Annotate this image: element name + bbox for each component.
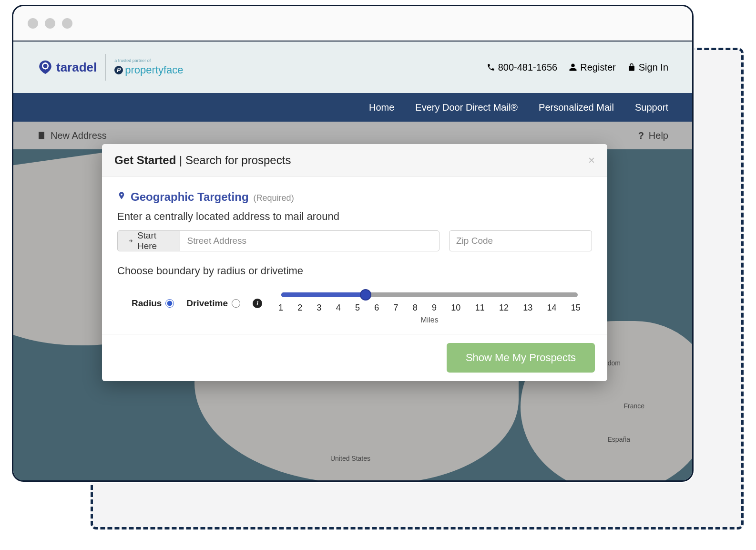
new-address-link[interactable]: New Address [51,130,107,141]
address-row: Start Here [117,230,592,251]
svg-point-1 [43,64,47,68]
modal-header: Get Started | Search for prospects × [102,144,607,177]
building-icon [37,131,46,140]
register-text: Register [580,62,615,73]
show-prospects-button[interactable]: Show Me My Prospects [447,343,595,373]
header-links: 800-481-1656 Register Sign In [487,62,668,73]
modal-close-button[interactable]: × [588,154,595,167]
slider-thumb[interactable] [360,289,371,301]
register-link[interactable]: Register [569,62,615,73]
drivetime-radio[interactable]: Drivetime [186,298,240,309]
modal-title: Get Started | Search for prospects [114,154,291,167]
help-link[interactable]: Help [649,130,668,141]
svg-rect-3 [45,68,46,69]
instruction-text: Enter a centrally located address to mai… [117,210,592,223]
svg-rect-2 [45,62,46,64]
slider-tick: 11 [475,303,485,313]
boundary-row: Radius Drivetime i 123456789101112131415… [117,288,592,324]
drivetime-radio-label: Drivetime [186,298,228,309]
logo-group: taradel a trusted partner of P propertyf… [37,54,184,81]
logo-divider [105,54,106,81]
radius-radio-input[interactable] [165,299,174,308]
signin-link[interactable]: Sign In [627,62,668,73]
slider-tick-labels: 123456789101112131415 [276,303,582,313]
map-pin-icon [117,190,126,203]
window-dot [62,18,72,29]
slider-unit-label: Miles [276,316,582,324]
slider-tick: 8 [413,303,418,313]
partner-brand-text: propertyface [125,64,183,76]
logo-primary[interactable]: taradel [37,59,97,75]
slider-tick: 9 [432,303,437,313]
radius-radio[interactable]: Radius [132,298,174,309]
boundary-radio-group: Radius Drivetime i [117,288,262,309]
logo-partner[interactable]: a trusted partner of P propertyface [114,58,183,76]
nav-home[interactable]: Home [369,102,394,113]
street-input-group: Start Here [117,230,439,251]
header-phone[interactable]: 800-481-1656 [487,62,558,73]
street-address-input[interactable] [180,230,439,251]
distance-slider: 123456789101112131415 Miles [276,288,592,324]
slider-tick: 4 [336,303,341,313]
logo-mark-icon [37,59,53,75]
phone-number: 800-481-1656 [498,62,558,73]
start-here-label: Start Here [117,230,180,251]
partner-tagline: a trusted partner of [114,58,183,63]
slider-tick: 15 [571,303,581,313]
modal-body: Geographic Targeting (Required) Enter a … [102,177,607,334]
drivetime-radio-input[interactable] [232,299,240,308]
window-dot [45,18,55,29]
phone-icon [487,63,495,72]
nav-eddm[interactable]: Every Door Direct Mail® [415,102,518,113]
slider-tick: 14 [547,303,556,313]
zip-code-input[interactable] [449,230,592,251]
slider-tick: 10 [451,303,460,313]
help-icon: ? [638,130,644,141]
slider-tick: 6 [374,303,379,313]
section-heading: Geographic Targeting (Required) [117,190,592,204]
signin-text: Sign In [639,62,668,73]
slider-tick: 3 [317,303,322,313]
slider-track[interactable] [281,292,578,297]
nav-personalized[interactable]: Personalized Mail [539,102,614,113]
logo-primary-text: taradel [56,60,97,75]
get-started-modal: Get Started | Search for prospects × Geo… [102,144,607,381]
main-nav: Home Every Door Direct Mail® Personalize… [13,93,692,122]
boundary-instruction: Choose boundary by radius or drivetime [117,265,592,277]
window-dot [28,18,38,29]
slider-tick: 5 [355,303,360,313]
slider-fill [281,292,366,297]
arrow-right-icon [128,238,133,244]
modal-footer: Show Me My Prospects [102,334,607,381]
slider-tick: 12 [499,303,509,313]
slider-tick: 13 [523,303,532,313]
required-label: (Required) [254,193,294,203]
radius-radio-label: Radius [132,298,162,309]
lock-icon [627,63,636,72]
map-label-us: United States [330,455,370,462]
app-header: taradel a trusted partner of P propertyf… [13,42,692,93]
section-title: Geographic Targeting [131,190,249,204]
map-label-fr: France [623,402,644,410]
slider-tick: 7 [394,303,398,313]
slider-tick: 2 [297,303,302,313]
slider-tick: 1 [278,303,283,313]
nav-support[interactable]: Support [635,102,668,113]
partner-mark-icon: P [114,66,123,74]
info-icon[interactable]: i [253,299,262,308]
map-label-es: España [608,436,630,443]
browser-titlebar [13,6,692,42]
user-icon [569,63,577,72]
